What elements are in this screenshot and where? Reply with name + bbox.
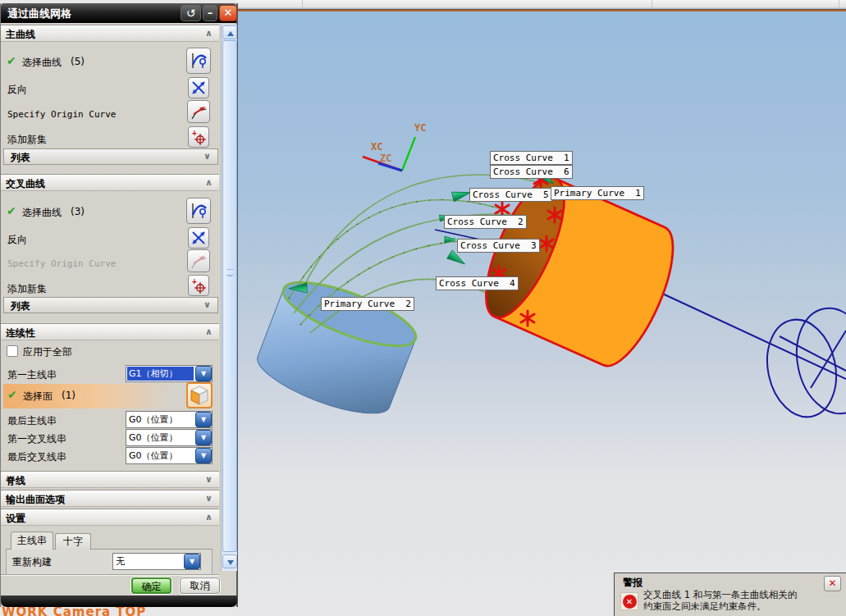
last-cross-string-label: 最后交叉线串 bbox=[7, 450, 66, 464]
select-curve-icon bbox=[189, 201, 208, 221]
error-icon-box: ✕ bbox=[620, 592, 638, 610]
primary-list-bar[interactable]: 列表 ∨ bbox=[3, 148, 218, 165]
chevron-down-icon[interactable]: ▼ bbox=[195, 366, 212, 381]
expand-arrow-icon[interactable]: ∨ bbox=[205, 474, 213, 485]
select-curve-count: (3) bbox=[71, 206, 85, 217]
chevron-down-icon[interactable]: ▼ bbox=[195, 430, 212, 445]
collapse-arrow-icon[interactable]: ∧ bbox=[205, 326, 213, 337]
first-cross-continuity-select[interactable]: G0（位置） ▼ bbox=[126, 429, 213, 446]
direction-cone bbox=[447, 250, 468, 268]
dialog-scrollbar[interactable] bbox=[221, 25, 237, 571]
divider bbox=[1, 574, 219, 576]
add-set-icon: + bbox=[190, 277, 207, 294]
add-new-set-button[interactable]: + bbox=[188, 126, 209, 148]
rebuild-select[interactable]: 无 ▼ bbox=[112, 553, 201, 570]
wireframe-cylinder[interactable] bbox=[657, 291, 846, 423]
specify-origin-curve-label: Specify Origin Curve bbox=[7, 258, 116, 269]
cube-icon bbox=[189, 385, 210, 406]
section-primary-curve[interactable]: 主曲线 ∧ bbox=[1, 25, 219, 42]
section-title: 脊线 bbox=[6, 474, 25, 488]
selected-value: G0（位置） bbox=[129, 413, 194, 426]
section-spine[interactable]: 脊线 ∨ bbox=[1, 471, 219, 488]
last-primary-string-label: 最后主线串 bbox=[7, 414, 57, 428]
select-face-count: (1) bbox=[62, 390, 75, 401]
label-cross-curve-5: Cross Curve 5 bbox=[469, 188, 552, 202]
reverse-arrows-icon bbox=[190, 80, 207, 96]
rebuild-label: 重新构建 bbox=[12, 555, 52, 569]
reset-icon[interactable]: ↺ bbox=[181, 5, 201, 21]
add-new-set-button[interactable]: + bbox=[188, 275, 209, 296]
yc-axis-label: YC bbox=[414, 122, 426, 134]
application-window: XC YC ZC Cross Curve 1 Cross Curve 6 Cro… bbox=[0, 0, 846, 616]
first-primary-continuity-select[interactable]: G1（相切） ▼ bbox=[126, 365, 213, 382]
add-new-set-label: 添加新集 bbox=[7, 282, 47, 296]
reverse-label: 反向 bbox=[7, 233, 27, 247]
scroll-down-icon[interactable] bbox=[222, 554, 237, 568]
specify-origin-curve-button-disabled bbox=[187, 249, 210, 272]
chevron-down-icon[interactable]: ▼ bbox=[195, 448, 212, 463]
wcs-triad[interactable]: XC YC ZC bbox=[363, 122, 426, 171]
alert-title: 警报 bbox=[623, 576, 643, 590]
label-cross-curve-1: Cross Curve 1 bbox=[490, 151, 573, 165]
section-continuity[interactable]: 连续性 ∧ bbox=[1, 323, 219, 340]
first-primary-string-label: 第一主线串 bbox=[7, 368, 57, 382]
last-cross-continuity-select[interactable]: G0（位置） ▼ bbox=[126, 447, 213, 464]
ok-button[interactable]: 确定 bbox=[131, 577, 171, 594]
selected-value: G1（相切） bbox=[127, 367, 194, 381]
last-primary-continuity-select[interactable]: G0（位置） ▼ bbox=[126, 411, 213, 428]
label-cross-curve-4: Cross Curve 4 bbox=[436, 276, 519, 290]
reverse-arrows-icon bbox=[190, 230, 207, 246]
check-icon: ✔ bbox=[7, 204, 16, 217]
check-icon: ✔ bbox=[7, 54, 16, 67]
dialog-titlebar[interactable]: 通过曲线网格 ↺ – ✕ bbox=[1, 3, 236, 23]
section-title: 连续性 bbox=[6, 326, 35, 340]
selected-value: G0（位置） bbox=[129, 449, 194, 462]
select-face-button[interactable] bbox=[186, 382, 213, 408]
cancel-button[interactable]: 取消 bbox=[180, 577, 220, 594]
specify-origin-curve-label: Specify Origin Curve bbox=[7, 109, 116, 120]
select-curve-button[interactable] bbox=[186, 198, 211, 224]
section-title: 主曲线 bbox=[6, 28, 35, 42]
cross-list-bar[interactable]: 列表 ∨ bbox=[3, 297, 218, 313]
section-cross-curve[interactable]: 交叉曲线 ∧ bbox=[1, 174, 219, 191]
specify-origin-curve-button[interactable] bbox=[187, 100, 210, 123]
dialog-title: 通过曲线网格 bbox=[7, 7, 71, 21]
close-icon[interactable]: ✕ bbox=[219, 5, 237, 21]
section-output-surface-options[interactable]: 输出曲面选项 ∨ bbox=[1, 490, 219, 507]
through-curve-mesh-dialog: 通过曲线网格 ↺ – ✕ 主曲线 ∧ ✔ 选择曲线 (5) 反向 bbox=[0, 3, 238, 607]
collapse-arrow-icon[interactable]: ∧ bbox=[205, 177, 213, 188]
selected-value: 无 bbox=[116, 555, 182, 568]
apply-all-checkbox[interactable] bbox=[7, 345, 18, 357]
chevron-down-icon[interactable]: ▼ bbox=[195, 412, 212, 427]
reverse-direction-button[interactable] bbox=[188, 227, 209, 249]
scroll-up-icon[interactable] bbox=[222, 25, 237, 39]
section-settings[interactable]: 设置 ∧ bbox=[1, 509, 219, 526]
list-label: 列表 bbox=[11, 151, 30, 165]
origin-curve-icon bbox=[190, 252, 208, 270]
check-icon: ✔ bbox=[7, 388, 17, 401]
expand-arrow-icon: ∨ bbox=[203, 299, 211, 310]
chevron-down-icon[interactable]: ▼ bbox=[184, 554, 200, 569]
apply-all-label: 应用于全部 bbox=[23, 345, 72, 359]
select-face-label: 选择面 bbox=[23, 390, 53, 404]
select-curve-button[interactable] bbox=[186, 48, 211, 74]
close-icon[interactable]: ✕ bbox=[824, 576, 841, 591]
dialog-bottom-bar bbox=[1, 595, 237, 607]
expand-arrow-icon[interactable]: ∨ bbox=[205, 493, 213, 504]
reverse-direction-button[interactable] bbox=[188, 77, 209, 98]
first-cross-string-label: 第一交叉线串 bbox=[7, 432, 66, 446]
zc-axis-label: ZC bbox=[380, 153, 391, 164]
minimize-icon[interactable]: – bbox=[203, 5, 217, 21]
tab-cross[interactable]: 十字 bbox=[55, 533, 91, 550]
scrollbar-thumb[interactable] bbox=[222, 40, 237, 552]
collapse-arrow-icon[interactable]: ∧ bbox=[205, 512, 213, 522]
tab-primary-string[interactable]: 主线串 bbox=[11, 532, 53, 550]
collapse-arrow-icon[interactable]: ∧ bbox=[205, 28, 213, 39]
origin-curve-icon bbox=[190, 103, 208, 121]
label-cross-curve-2: Cross Curve 2 bbox=[444, 215, 527, 229]
expand-arrow-icon: ∨ bbox=[203, 151, 211, 162]
error-icon: ✕ bbox=[623, 595, 637, 609]
blue-cylinder[interactable] bbox=[250, 270, 423, 426]
select-curve-label: 选择曲线 bbox=[22, 56, 62, 70]
label-cross-curve-6: Cross Curve 6 bbox=[490, 165, 573, 179]
